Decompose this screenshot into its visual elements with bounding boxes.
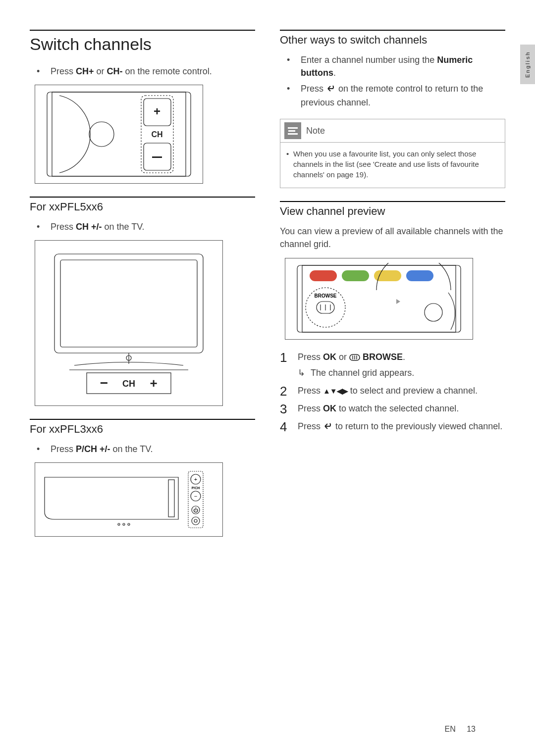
- note-title: Note: [306, 126, 325, 136]
- svg-text:BROWSE: BROWSE: [315, 293, 337, 299]
- step-1: Press OK or BROWSE. The channel grid app…: [280, 351, 505, 379]
- svg-rect-0: [47, 92, 191, 176]
- svg-point-29: [194, 519, 197, 522]
- right-column: Other ways to switch channels Enter a ch…: [280, 30, 505, 548]
- figure-tv-5xx6: − CH +: [35, 240, 223, 406]
- figure-tv-3xx6: + P/CH − ⏻: [35, 462, 223, 537]
- return-icon: [323, 421, 333, 434]
- svg-text:−: −: [194, 493, 197, 499]
- svg-rect-33: [342, 270, 369, 281]
- figure-remote-browse: BROWSE: [285, 258, 473, 340]
- left-column: Switch channels Press CH+ or CH- on the …: [30, 30, 255, 548]
- svg-text:⏻: ⏻: [193, 507, 198, 513]
- svg-point-28: [192, 517, 200, 525]
- svg-text:+: +: [194, 476, 197, 482]
- svg-rect-32: [310, 270, 337, 281]
- svg-text:CH: CH: [122, 379, 135, 389]
- svg-point-18: [123, 523, 125, 525]
- nav-arrows-icon: ▲▼◀▶: [323, 387, 348, 395]
- vcp-intro: You can view a preview of all available …: [280, 225, 505, 251]
- svg-point-19: [128, 523, 130, 525]
- svg-point-2: [89, 122, 114, 147]
- bullet-pch-tv-3xx6: Press P/CH +/- on the TV.: [30, 443, 255, 455]
- svg-rect-1: [52, 92, 186, 176]
- note-box: Note When you use a favourite list, you …: [280, 119, 505, 188]
- svg-text:P/CH: P/CH: [192, 486, 200, 490]
- svg-rect-35: [406, 270, 433, 281]
- step-3: Press OK to watch the selected channel.: [280, 402, 505, 415]
- svg-text:+: +: [154, 104, 160, 118]
- subhead-3xx6: For xxPFL3xx6: [30, 419, 255, 436]
- subhead-view-preview: View channel preview: [280, 201, 505, 218]
- note-body: When you use a favourite list, you can o…: [280, 143, 505, 188]
- page-title: Switch channels: [30, 30, 255, 54]
- step-4: Press to return to the previously viewed…: [280, 420, 505, 434]
- bullet-return: Press on the remote control to return to…: [280, 82, 505, 109]
- ch-label: CH: [151, 130, 162, 139]
- svg-text:+: +: [150, 376, 157, 391]
- note-icon: [284, 122, 301, 139]
- svg-rect-16: [168, 480, 174, 517]
- bullet-ch-tv-5xx6: Press CH +/- on the TV.: [30, 220, 255, 233]
- svg-rect-7: [152, 156, 162, 158]
- figure-remote-ch: + CH: [35, 85, 203, 184]
- svg-rect-8: [54, 254, 203, 353]
- svg-text:−: −: [100, 375, 108, 391]
- bullet-ch-remote: Press CH+ or CH- on the remote control.: [30, 65, 255, 78]
- subhead-5xx6: For xxPFL5xx6: [30, 197, 255, 213]
- browse-icon: [349, 352, 360, 364]
- language-tab: English: [520, 45, 535, 84]
- svg-marker-43: [396, 299, 400, 304]
- bullet-numeric: Enter a channel number using the Numeric…: [280, 53, 505, 79]
- footer-lang: EN: [445, 725, 456, 733]
- svg-point-17: [118, 523, 120, 525]
- page-footer: EN 13: [445, 725, 476, 734]
- return-icon: [326, 83, 336, 96]
- svg-rect-9: [60, 260, 197, 347]
- step-2: Press ▲▼◀▶ to select and preview a chann…: [280, 384, 505, 397]
- footer-page: 13: [467, 725, 476, 733]
- step-1-result: The channel grid appears.: [298, 366, 505, 379]
- subhead-other-ways: Other ways to switch channels: [280, 30, 505, 47]
- svg-point-42: [425, 303, 442, 321]
